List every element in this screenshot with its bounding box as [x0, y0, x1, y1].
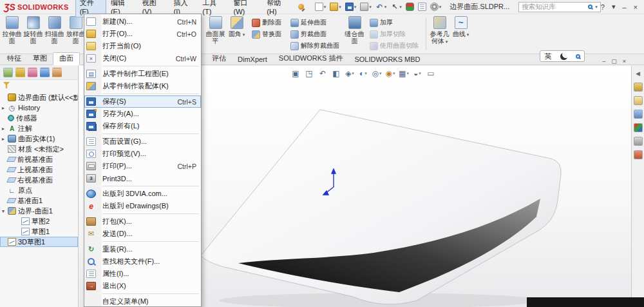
commandmanager-tab[interactable]: 曲面	[53, 52, 80, 65]
ribbon-big-button[interactable]: 缝合曲面	[344, 14, 365, 54]
quick-tool-button[interactable]	[390, 1, 402, 13]
view-toolbar-button[interactable]	[384, 68, 397, 79]
menubar-item[interactable]: 工具(T)	[198, 0, 229, 17]
task-pane-icon[interactable]	[634, 83, 643, 92]
file-menu-item[interactable]: 另存为(A)...	[84, 108, 201, 120]
file-menu-item[interactable]: 打印预览(V)...	[84, 148, 201, 160]
model-canvas[interactable]	[187, 97, 573, 307]
tree-caret-icon[interactable]	[2, 208, 8, 214]
menubar-item[interactable]: 窗口(W)	[229, 0, 263, 17]
view-toolbar-button[interactable]	[370, 68, 383, 79]
file-menu-item[interactable]	[102, 64, 199, 66]
file-menu-item[interactable]: 查找相关文件(F)...	[84, 255, 201, 268]
ime-indicator[interactable]: 英	[540, 50, 585, 62]
document-window-button[interactable]: –	[602, 58, 605, 64]
tree-item[interactable]: 前视基准面	[0, 154, 78, 164]
window-control-button[interactable]: ?	[601, 3, 605, 11]
commandmanager-tab[interactable]: SOLIDWORKS 插件	[273, 53, 349, 64]
ribbon-small-button[interactable]: 删除面	[252, 18, 281, 27]
ime-moon-icon[interactable]	[560, 53, 567, 60]
file-menu-item[interactable]: 打印(P)... Ctrl+P	[84, 160, 201, 172]
tree-item[interactable]: 边界曲面 (默认<<默认>_显	[0, 92, 78, 103]
pin-menubar-icon[interactable]	[298, 4, 304, 10]
file-menu-item[interactable]: 自定义菜单(M)	[84, 295, 201, 307]
file-menu-item[interactable]: 出版到 3DVIA.com...	[84, 188, 201, 200]
commandmanager-tab[interactable]: 评估	[206, 53, 232, 64]
document-window-button[interactable]: ▢	[611, 58, 617, 64]
quick-tool-button[interactable]	[405, 1, 415, 13]
file-menu-item[interactable]: 属性(I)...	[84, 268, 201, 280]
ribbon-big-button[interactable]: 曲线	[450, 14, 471, 54]
tree-caret-icon[interactable]	[2, 126, 8, 132]
commandmanager-tab[interactable]: 草图	[27, 53, 53, 64]
filter-funnel-icon[interactable]	[3, 82, 10, 88]
ribbon-big-button[interactable]: 拉伸曲面	[1, 14, 23, 54]
tree-item[interactable]: 基准面1	[0, 195, 78, 206]
menubar-item[interactable]: 帮助(H)	[262, 0, 294, 17]
view-toolbar-button[interactable]	[330, 68, 343, 79]
tree-item[interactable]: 材质 <未指定>	[0, 144, 78, 154]
ribbon-small-button[interactable]: 解除剪裁曲面	[290, 41, 339, 50]
file-menu-item[interactable]: 打包(K)...	[84, 215, 201, 228]
ribbon-big-button[interactable]: 曲面展平	[205, 14, 226, 54]
file-menu-item[interactable]	[102, 212, 199, 214]
task-pane-icon[interactable]	[634, 123, 643, 132]
file-menu-item[interactable]	[102, 92, 199, 94]
search-dropdown-icon[interactable]: ▾	[595, 5, 598, 10]
view-toolbar-button[interactable]	[316, 68, 329, 79]
commandmanager-tab[interactable]: DimXpert	[232, 55, 273, 64]
view-toolbar-button[interactable]	[303, 68, 316, 79]
manager-tab-icon[interactable]	[52, 68, 62, 77]
view-toolbar-button[interactable]	[411, 68, 424, 79]
ribbon-small-button[interactable]: 剪裁曲面	[290, 30, 339, 39]
task-pane-icon[interactable]	[634, 69, 643, 78]
view-toolbar-button[interactable]	[424, 68, 437, 79]
file-menu-item[interactable]: 打开当前(O)	[84, 40, 201, 52]
quick-tool-button[interactable]	[345, 1, 357, 13]
manager-tab-icon[interactable]	[40, 68, 50, 77]
file-menu-item[interactable]: 页面设置(G)...	[84, 135, 201, 148]
quick-tool-button[interactable]	[417, 1, 427, 13]
quick-tool-button[interactable]	[314, 1, 327, 13]
file-menu-item[interactable]	[102, 292, 199, 294]
tree-item[interactable]: 草图1	[0, 226, 78, 237]
ribbon-big-button[interactable]: 参考几何体	[429, 14, 450, 54]
view-toolbar-button[interactable]	[397, 68, 410, 79]
ribbon-small-button[interactable]: 使用曲面切除	[370, 41, 419, 50]
ribbon-small-button[interactable]: 替换面	[252, 30, 281, 39]
ribbon-big-button[interactable]: 旋转曲面	[23, 14, 44, 54]
ime-search-icon[interactable]	[576, 54, 580, 59]
tree-item[interactable]: 曲面实体(1)	[0, 134, 78, 144]
tree-item[interactable]: History	[0, 103, 78, 113]
window-control-button[interactable]: –	[622, 3, 626, 11]
tree-item[interactable]: 草图2	[0, 216, 78, 226]
file-menu-item[interactable]: 保存(S) Ctrl+S	[84, 95, 201, 108]
ribbon-small-button[interactable]: 加厚切除	[370, 30, 419, 39]
ribbon-big-button[interactable]: 扫描曲面	[44, 14, 65, 54]
tree-item[interactable]: 上视基准面	[0, 164, 78, 175]
quick-tool-button[interactable]	[375, 1, 388, 13]
file-menu-item[interactable]: 重装(R)...	[84, 243, 201, 255]
view-toolbar-button[interactable]	[343, 68, 356, 79]
knowledge-search-input[interactable]: 搜索知识库 ▾	[518, 2, 601, 12]
tree-item[interactable]: 原点	[0, 185, 78, 195]
commandmanager-tab[interactable]: 特征	[1, 53, 27, 64]
window-control-button[interactable]: ▾	[612, 3, 616, 11]
manager-tab-icon[interactable]	[28, 68, 37, 77]
file-menu-item[interactable]: 打开(O)... Ctrl+O	[84, 28, 201, 40]
commandmanager-tab[interactable]: SOLIDWORKS MBD	[348, 55, 426, 64]
file-menu-item[interactable]	[102, 184, 199, 186]
ribbon-small-button[interactable]: 延伸曲面	[290, 18, 339, 27]
document-window-button[interactable]: ×	[623, 58, 626, 64]
file-menu-item[interactable]	[102, 240, 199, 242]
task-pane-icon[interactable]	[634, 137, 643, 146]
manager-tab-icon[interactable]	[15, 68, 25, 77]
tree-caret-icon[interactable]	[2, 136, 8, 142]
quick-tool-button[interactable]	[430, 1, 442, 13]
tree-caret-icon[interactable]	[2, 105, 8, 111]
task-pane-icon[interactable]	[634, 150, 643, 159]
file-menu-item[interactable]	[102, 132, 199, 134]
file-menu-item[interactable]: 从零件制作工程图(E)	[84, 68, 201, 80]
tree-item[interactable]: 传感器	[0, 113, 78, 123]
task-pane-icon[interactable]	[634, 110, 643, 119]
